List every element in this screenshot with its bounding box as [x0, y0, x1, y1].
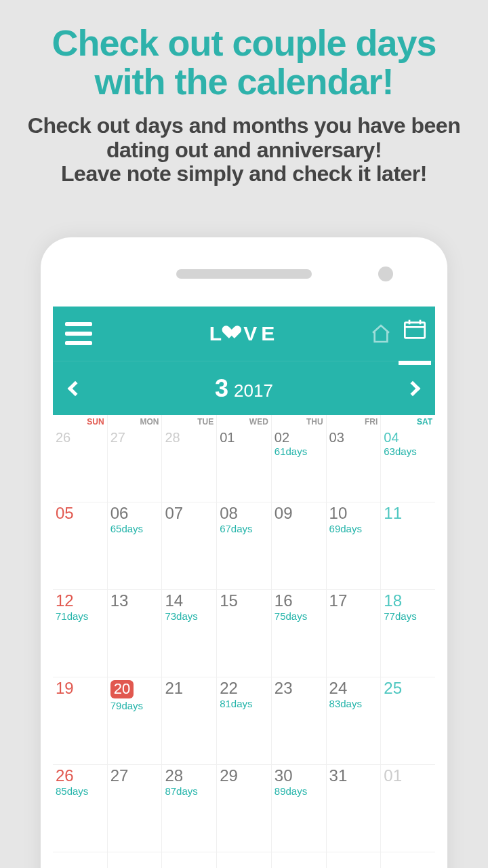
- day-number: 26: [56, 431, 104, 444]
- calendar-cell[interactable]: 2483days: [327, 677, 381, 764]
- calendar-cell[interactable]: 05: [53, 502, 107, 589]
- calendar-cell[interactable]: 27: [108, 765, 162, 852]
- calendar-cell[interactable]: 1069days: [327, 502, 381, 589]
- phone-frame: L VE 3: [41, 237, 447, 868]
- calendar-cell[interactable]: 31: [327, 765, 381, 852]
- days-count-badge: 67days: [220, 523, 268, 534]
- calendar-cell[interactable]: 07: [162, 502, 216, 589]
- calendar-cell[interactable]: 1877days: [381, 590, 435, 677]
- calendar-cell[interactable]: 1271days: [53, 590, 107, 677]
- calendar-cell[interactable]: 11: [381, 502, 435, 589]
- calendar-cell[interactable]: 2685days: [53, 765, 107, 852]
- weekday-label: WED: [249, 417, 268, 427]
- days-count-badge: 61days: [274, 446, 323, 457]
- day-number: 26: [56, 768, 104, 784]
- day-number: 18: [384, 593, 432, 609]
- promo-title: Check out couple days with the calendar!: [0, 0, 488, 107]
- day-number: 08: [220, 505, 268, 521]
- calendar-tab[interactable]: [404, 319, 426, 349]
- day-number: 03: [329, 431, 378, 444]
- menu-icon[interactable]: [65, 322, 92, 345]
- day-number: 13: [110, 593, 159, 609]
- day-number: 25: [384, 680, 432, 696]
- heart-icon: [227, 326, 242, 341]
- day-number: 07: [165, 505, 214, 521]
- day-number: 01: [384, 768, 432, 784]
- calendar-cell[interactable]: 2079days: [108, 677, 162, 764]
- days-count-badge: 73days: [165, 610, 214, 622]
- day-number: 23: [274, 680, 323, 696]
- calendar-cell[interactable]: 07: [327, 852, 381, 868]
- promo-subtitle: Check out days and months you have been …: [0, 107, 488, 186]
- calendar-cell[interactable]: MON27: [108, 415, 162, 502]
- calendar-cell[interactable]: 21: [162, 677, 216, 764]
- promo-sub-line3: Leave note simply and check it later!: [61, 161, 427, 186]
- day-number: 12: [56, 593, 104, 609]
- day-number: 14: [165, 593, 214, 609]
- day-number: 11: [384, 505, 432, 521]
- weekday-label: FRI: [365, 417, 378, 427]
- calendar-cell[interactable]: 04: [162, 852, 216, 868]
- month-label[interactable]: 3 2017: [215, 374, 273, 403]
- day-number: 06: [110, 505, 159, 521]
- weekday-label: TUE: [197, 417, 214, 427]
- calendar-icon: [404, 319, 426, 339]
- day-number: 22: [220, 680, 268, 696]
- calendar-cell[interactable]: TUE28: [162, 415, 216, 502]
- promo-title-line1: Check out couple days: [52, 22, 436, 63]
- calendar-cell[interactable]: 1675days: [272, 590, 326, 677]
- calendar-cell[interactable]: 29: [217, 765, 271, 852]
- phone-speaker: [176, 269, 312, 279]
- day-number: 19: [56, 680, 104, 696]
- day-number: 30: [274, 768, 323, 784]
- calendar-cell[interactable]: 19: [53, 677, 107, 764]
- calendar-cell[interactable]: 13: [108, 590, 162, 677]
- calendar-cell[interactable]: 2281days: [217, 677, 271, 764]
- calendar-cell[interactable]: 03: [108, 852, 162, 868]
- calendar-cell[interactable]: FRI03: [327, 415, 381, 502]
- prev-month-button[interactable]: [68, 380, 83, 396]
- day-number: 15: [220, 593, 268, 609]
- day-number: 05: [56, 505, 104, 521]
- day-number: 09: [274, 505, 323, 521]
- next-month-button[interactable]: [405, 380, 421, 396]
- calendar-grid: SUN26MON27TUE28WED01THU0261daysFRI03SAT0…: [53, 415, 435, 868]
- calendar-cell[interactable]: SAT0463days: [381, 415, 435, 502]
- promo-sub-line1: Check out days and months you have been: [28, 113, 460, 138]
- calendar-cell[interactable]: 06: [272, 852, 326, 868]
- calendar-cell[interactable]: 0867days: [217, 502, 271, 589]
- day-number: 17: [329, 593, 378, 609]
- calendar-cell[interactable]: 01: [381, 765, 435, 852]
- days-count-badge: 65days: [110, 523, 159, 534]
- weekday-label: THU: [306, 417, 323, 427]
- phone-camera: [378, 267, 393, 281]
- calendar-cell[interactable]: 08: [381, 852, 435, 868]
- calendar-cell[interactable]: 3089days: [272, 765, 326, 852]
- calendar-cell[interactable]: 1473days: [162, 590, 216, 677]
- calendar-cell[interactable]: 25: [381, 677, 435, 764]
- year-number: 2017: [234, 380, 273, 401]
- calendar-cell[interactable]: 2887days: [162, 765, 216, 852]
- day-number: 28: [165, 431, 214, 444]
- calendar-cell[interactable]: 05: [217, 852, 271, 868]
- calendar-cell[interactable]: 09: [272, 502, 326, 589]
- weekday-label: MON: [140, 417, 159, 427]
- calendar-cell[interactable]: 17: [327, 590, 381, 677]
- day-number: 24: [329, 680, 378, 696]
- top-bar: L VE: [53, 307, 435, 361]
- month-nav: 3 2017: [53, 361, 435, 415]
- days-count-badge: 75days: [274, 610, 323, 622]
- calendar-cell[interactable]: 23: [272, 677, 326, 764]
- calendar-cell[interactable]: SUN26: [53, 415, 107, 502]
- calendar-cell[interactable]: 0665days: [108, 502, 162, 589]
- promo-sub-line2: dating out and anniversary!: [106, 138, 382, 162]
- logo-text-right: VE: [243, 322, 279, 345]
- calendar-cell[interactable]: 02: [53, 852, 107, 868]
- calendar-cell[interactable]: WED01: [217, 415, 271, 502]
- phone-top: [41, 237, 447, 307]
- calendar-cell[interactable]: THU0261days: [272, 415, 326, 502]
- app-logo: L VE: [209, 322, 279, 345]
- days-count-badge: 81days: [220, 698, 268, 709]
- home-icon[interactable]: [370, 323, 392, 344]
- calendar-cell[interactable]: 15: [217, 590, 271, 677]
